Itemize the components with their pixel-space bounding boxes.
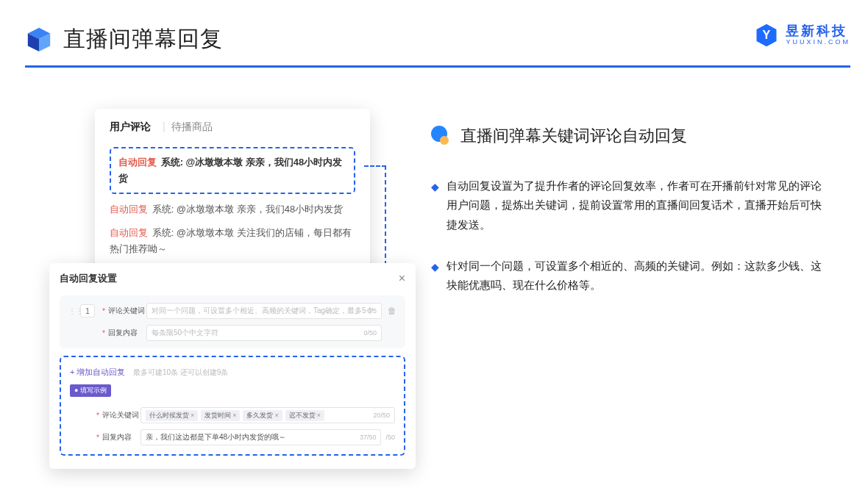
tag: 迟不发货× bbox=[285, 410, 324, 421]
example-content-row: * 回复内容 亲，我们这边都是下单48小时内发货的哦～ 37/50 /50 bbox=[70, 429, 395, 445]
example-content-text: 亲，我们这边都是下单48小时内发货的哦～ bbox=[146, 432, 286, 442]
tag: 什么时候发货× bbox=[146, 410, 198, 421]
bullet-text: 针对同一个问题，可设置多个相近的、高频的关键词。例如：这款多少钱、这块能优惠吗、… bbox=[447, 256, 824, 295]
page-title: 直播间弹幕回复 bbox=[63, 24, 223, 54]
section-heading: 直播间弹幕关键词评论自动回复 bbox=[431, 125, 824, 147]
diamond-icon: ◆ bbox=[431, 258, 439, 295]
content-section: 直播间弹幕关键词评论自动回复 ◆ 自动回复设置为了提升作者的评论回复效率，作者可… bbox=[431, 125, 824, 317]
counter: 0/50 bbox=[363, 329, 377, 337]
content-input[interactable]: 每条限50个中文字符 0/50 bbox=[146, 325, 382, 341]
content-label: 回复内容 bbox=[108, 328, 146, 338]
tab-pending-products[interactable]: 待播商品 bbox=[171, 121, 213, 137]
placeholder: 每条限50个中文字符 bbox=[152, 328, 218, 338]
example-box: + 增加自动回复 最多可建10条 还可以创建9条 ● 填写示例 * 评论关键词 … bbox=[60, 356, 405, 456]
auto-reply-tag: 自动回复 bbox=[118, 157, 157, 168]
tab-user-comments[interactable]: 用户评论 bbox=[110, 121, 151, 137]
bullet-item: ◆ 针对同一个问题，可设置多个相近的、高频的关键词。例如：这款多少钱、这块能优惠… bbox=[431, 256, 824, 295]
comment-highlighted: 自动回复 系统: @冰墩墩本墩 亲亲，我们48小时内发货 bbox=[110, 147, 355, 194]
section-title: 直播间弹幕关键词评论自动回复 bbox=[460, 125, 687, 147]
svg-text:Y: Y bbox=[763, 28, 771, 41]
row-number: 1 bbox=[80, 304, 95, 317]
brand-logo-icon: Y bbox=[753, 22, 780, 49]
brand-name-cn: 昱新科技 bbox=[786, 24, 850, 39]
comment-item: 自动回复 系统: @冰墩墩本墩 亲亲，我们48小时内发货 bbox=[110, 201, 355, 218]
tag: 多久发货× bbox=[243, 410, 282, 421]
trail-counter: /50 bbox=[385, 434, 395, 441]
comment-item: 自动回复 系统: @冰墩墩本墩 关注我们的店铺，每日都有热门推荐呦～ bbox=[110, 225, 355, 257]
drag-handle-icon[interactable]: ⋮⋮ bbox=[68, 307, 76, 315]
example-keyword-row: * 评论关键词 什么时候发货× 发货时间× 多久发货× 迟不发货× 20/50 bbox=[70, 407, 395, 423]
keyword-label: 评论关键词 bbox=[108, 306, 146, 316]
example-badge: ● 填写示例 bbox=[70, 384, 111, 397]
page-header: 直播间弹幕回复 Y 昱新科技 YUUXIN.COM bbox=[25, 21, 850, 57]
required-marker: * bbox=[102, 329, 105, 337]
tab-separator: | bbox=[163, 121, 166, 137]
counter: 0/5 bbox=[367, 307, 377, 315]
connector-line bbox=[364, 165, 386, 167]
keyword-row: ⋮⋮ 1 * 评论关键词 对同一个问题，可设置多个相近、高频的关键词，Tag确定… bbox=[68, 303, 396, 319]
brand-name-en: YUUXIN.COM bbox=[786, 39, 850, 46]
counter: 37/50 bbox=[360, 434, 377, 441]
placeholder: 对同一个问题，可设置多个相近、高频的关键词，Tag确定，最多5个 bbox=[152, 306, 374, 316]
keyword-label: 评论关键词 bbox=[102, 410, 140, 420]
auto-reply-settings-panel: 自动回复设置 × ⋮⋮ 1 * 评论关键词 对同一个问题，可设置多个相近、高频的… bbox=[49, 263, 416, 469]
diamond-icon: ◆ bbox=[431, 178, 439, 234]
tag: 发货时间× bbox=[201, 410, 240, 421]
auto-reply-tag: 自动回复 bbox=[110, 204, 148, 215]
add-auto-reply-link[interactable]: + 增加自动回复 bbox=[70, 367, 125, 378]
cube-icon bbox=[25, 25, 53, 53]
required-marker: * bbox=[96, 412, 99, 420]
comments-panel: 用户评论 | 待播商品 自动回复 系统: @冰墩墩本墩 亲亲，我们48小时内发货… bbox=[95, 109, 370, 284]
brand: Y 昱新科技 YUUXIN.COM bbox=[753, 22, 850, 49]
header-divider bbox=[25, 65, 850, 68]
content-label: 回复内容 bbox=[102, 432, 140, 442]
auto-reply-tag: 自动回复 bbox=[110, 227, 148, 238]
example-keyword-input[interactable]: 什么时候发货× 发货时间× 多久发货× 迟不发货× 20/50 bbox=[140, 407, 395, 423]
example-content-input[interactable]: 亲，我们这边都是下单48小时内发货的哦～ 37/50 bbox=[140, 429, 382, 445]
required-marker: * bbox=[102, 307, 105, 315]
settings-title: 自动回复设置 bbox=[60, 272, 117, 285]
bullet-item: ◆ 自动回复设置为了提升作者的评论回复效率，作者可在开播前针对常见的评论用户问题… bbox=[431, 176, 824, 234]
bullet-text: 自动回复设置为了提升作者的评论回复效率，作者可在开播前针对常见的评论用户问题，提… bbox=[447, 176, 824, 234]
keyword-input[interactable]: 对同一个问题，可设置多个相近、高频的关键词，Tag确定，最多5个 0/5 bbox=[146, 303, 382, 319]
bullet-dot-icon bbox=[431, 126, 452, 146]
comment-text: 系统: @冰墩墩本墩 亲亲，我们48小时内发货 bbox=[152, 204, 344, 215]
delete-icon[interactable]: 🗑 bbox=[388, 306, 396, 316]
close-icon[interactable]: × bbox=[399, 272, 405, 285]
add-hint: 最多可建10条 还可以创建9条 bbox=[133, 368, 228, 376]
form-block: ⋮⋮ 1 * 评论关键词 对同一个问题，可设置多个相近、高频的关键词，Tag确定… bbox=[60, 295, 405, 348]
required-marker: * bbox=[96, 434, 99, 442]
content-row: * 回复内容 每条限50个中文字符 0/50 🗑 bbox=[68, 325, 396, 341]
tabs: 用户评论 | 待播商品 bbox=[110, 121, 355, 137]
counter: 20/50 bbox=[373, 412, 390, 419]
